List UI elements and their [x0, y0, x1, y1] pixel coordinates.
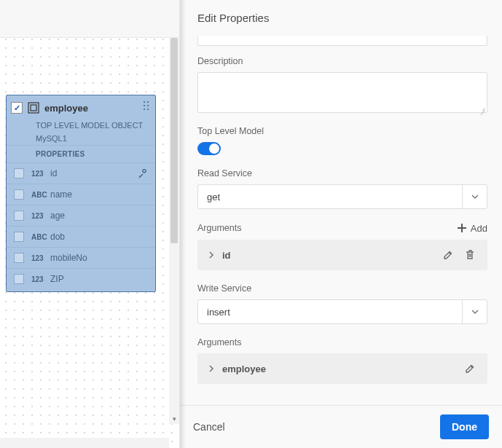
write-service-value: insert [198, 300, 462, 323]
property-row[interactable]: 123ZIP [7, 269, 155, 291]
property-name: name [50, 189, 72, 200]
property-checkbox[interactable] [14, 211, 24, 221]
properties-panel: Edit Properties Description Top Level Mo… [179, 0, 502, 448]
write-service-select[interactable]: insert [197, 299, 487, 324]
chevron-down-icon[interactable] [462, 185, 487, 208]
property-name: dob [50, 232, 65, 242]
panel-footer: Cancel Done [180, 405, 502, 448]
property-name: age [50, 211, 65, 221]
canvas-toolbar-strip [0, 0, 179, 38]
checkmark-icon: ✓ [14, 103, 20, 113]
scroll-arrow-down-icon[interactable]: ▾ [169, 414, 179, 424]
write-arguments-label: Arguments [197, 337, 487, 347]
property-type: 123 [31, 212, 50, 220]
property-name: id [50, 168, 57, 178]
property-type: ABC [31, 233, 50, 241]
resize-handle-icon[interactable] [479, 105, 485, 111]
read-service-select[interactable]: get [197, 184, 487, 209]
vertical-scrollbar[interactable]: ▾ [169, 38, 179, 424]
canvas-area: ✓ employee TOP LEVEL MODEL OBJECT MySQL1… [0, 0, 179, 448]
property-row[interactable]: ABCname [7, 184, 155, 205]
top-level-model-label: Top Level Model [197, 126, 487, 136]
drag-handle-icon[interactable] [144, 101, 151, 111]
scroll-thumb[interactable] [170, 38, 178, 243]
chevron-right-icon [208, 365, 215, 372]
property-row[interactable]: ABCdob [7, 227, 155, 248]
delete-icon[interactable] [463, 248, 477, 262]
read-service-value: get [198, 185, 462, 208]
add-label: Add [471, 223, 487, 234]
chevron-right-icon [208, 251, 215, 259]
model-subtitle-top-level: TOP LEVEL MODEL OBJECT [7, 119, 155, 132]
model-select-checkbox[interactable]: ✓ [11, 102, 23, 114]
property-type: 123 [31, 254, 50, 262]
top-level-model-toggle[interactable] [197, 142, 221, 155]
property-type: ABC [31, 191, 50, 199]
panel-title: Edit Properties [180, 0, 502, 36]
description-textarea[interactable] [197, 72, 487, 113]
model-card-employee[interactable]: ✓ employee TOP LEVEL MODEL OBJECT MySQL1… [6, 95, 156, 292]
property-row[interactable]: 123id [7, 163, 155, 184]
svg-rect-1 [31, 105, 36, 111]
property-row[interactable]: 123mobileNo [7, 248, 155, 269]
edit-icon[interactable] [463, 361, 477, 376]
argument-name: employee [222, 363, 455, 374]
argument-row[interactable]: employee [197, 353, 487, 384]
model-subtitle-datasource: MySQL1 [7, 132, 155, 145]
property-type: 123 [31, 275, 50, 283]
property-row[interactable]: 123age [7, 205, 155, 227]
properties-section-header: PROPERTIES [7, 145, 155, 163]
key-icon [138, 169, 148, 179]
property-checkbox[interactable] [14, 168, 24, 178]
property-checkbox[interactable] [14, 274, 24, 284]
chevron-down-icon[interactable] [462, 300, 487, 323]
model-header: ✓ employee [7, 95, 155, 119]
read-service-label: Read Service [197, 168, 487, 178]
add-argument-button[interactable]: Add [456, 222, 487, 234]
property-name: mobileNo [50, 253, 87, 263]
edit-icon[interactable] [441, 248, 455, 262]
truncated-field[interactable] [197, 36, 487, 46]
property-checkbox[interactable] [14, 232, 24, 242]
argument-name: id [222, 250, 434, 261]
property-type: 123 [31, 170, 50, 178]
svg-rect-0 [28, 103, 39, 113]
property-checkbox[interactable] [14, 189, 24, 200]
data-model-icon [27, 101, 40, 114]
plus-icon [456, 222, 468, 234]
horizontal-scrollbar[interactable] [0, 438, 169, 448]
description-label: Description [197, 56, 487, 66]
property-name: ZIP [50, 274, 64, 284]
model-title: employee [44, 103, 88, 114]
argument-row[interactable]: id [197, 240, 487, 270]
cancel-button[interactable]: Cancel [193, 421, 225, 433]
property-checkbox[interactable] [14, 253, 24, 263]
done-button[interactable]: Done [440, 414, 489, 439]
write-service-label: Write Service [197, 283, 487, 294]
read-arguments-label: Arguments [197, 223, 241, 233]
